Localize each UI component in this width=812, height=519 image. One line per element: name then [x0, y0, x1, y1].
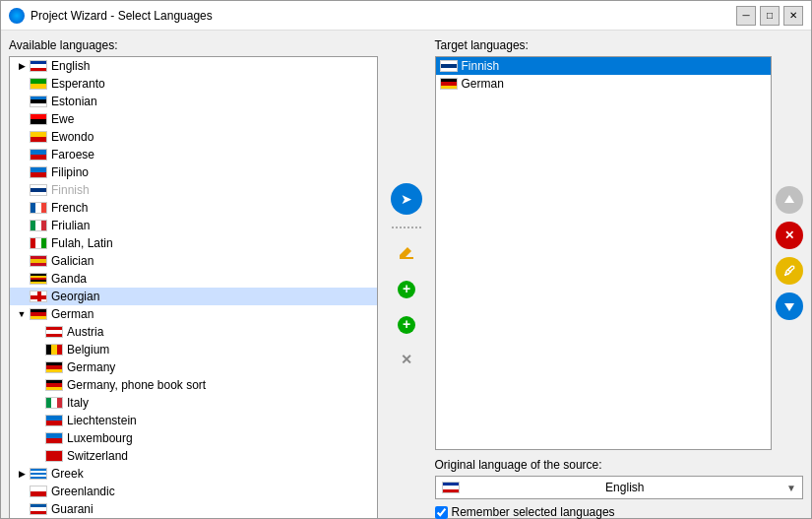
list-item[interactable]: Filipino: [10, 163, 377, 181]
flag-icon: [45, 450, 63, 462]
target-list-item-german[interactable]: German: [436, 75, 772, 93]
list-item[interactable]: Faroese: [10, 146, 377, 163]
flag-icon: [30, 96, 47, 107]
item-label: Faroese: [51, 148, 94, 162]
flag-icon: [30, 503, 47, 515]
window-controls: ─ □ ✕: [736, 6, 803, 26]
svg-marker-9: [784, 195, 794, 203]
item-label: German: [462, 77, 504, 91]
flag-icon: [30, 291, 47, 302]
flag-icon: [30, 184, 47, 196]
list-item[interactable]: Germany: [10, 358, 377, 376]
flag-icon: [45, 344, 63, 356]
item-label: Finnish: [462, 59, 500, 73]
source-value: English: [605, 481, 644, 494]
flag-icon: [30, 308, 47, 320]
source-dropdown[interactable]: English ▼: [435, 476, 804, 499]
list-item[interactable]: Ewondo: [10, 128, 377, 146]
add-language-button[interactable]: ➤: [391, 183, 422, 215]
item-label: Liechtenstein: [67, 414, 137, 427]
available-languages-list[interactable]: ▶ English Esperanto: [9, 56, 378, 519]
window-title: Project Wizard - Select Languages: [31, 9, 736, 23]
item-label: Guarani: [51, 502, 94, 516]
source-label: Original language of the source:: [435, 458, 804, 472]
item-label: Georgian: [51, 290, 99, 303]
flag-icon: [45, 361, 63, 373]
item-label: Austria: [67, 325, 103, 339]
list-item[interactable]: Estonian: [10, 93, 377, 110]
list-item[interactable]: ▶ English: [10, 57, 377, 75]
list-item[interactable]: Galician: [10, 252, 377, 270]
list-item-georgian[interactable]: Georgian: [10, 288, 377, 305]
item-label: Finnish: [51, 183, 90, 197]
maximize-button[interactable]: □: [760, 6, 780, 26]
right-side-buttons: ✕ 🖊: [772, 56, 803, 450]
item-label: Italy: [67, 396, 89, 410]
remove-button[interactable]: ✕: [393, 347, 420, 374]
expander-icon: ▼: [14, 309, 30, 319]
item-label: Belgium: [67, 343, 109, 357]
list-item[interactable]: Esperanto: [10, 75, 377, 93]
flag-icon: [30, 273, 47, 285]
list-item[interactable]: Finnish: [10, 181, 377, 199]
source-flag-icon: [442, 482, 460, 493]
eraser-button[interactable]: 🖊: [776, 257, 803, 285]
item-label: Ganda: [51, 272, 87, 286]
add-green2-button[interactable]: +: [393, 311, 420, 339]
list-item[interactable]: Italy: [10, 394, 377, 412]
list-item[interactable]: Germany, phone book sort: [10, 376, 377, 394]
list-item[interactable]: Luxembourg: [10, 429, 377, 447]
left-section: Available languages: ▶ English: [9, 38, 378, 519]
add-green1-button[interactable]: +: [393, 276, 420, 303]
list-item[interactable]: Belgium: [10, 341, 377, 358]
target-list-item-finnish[interactable]: Finnish: [436, 57, 772, 75]
list-item[interactable]: ▼ German: [10, 305, 377, 323]
flag-icon: [45, 397, 63, 409]
list-item[interactable]: Switzerland: [10, 447, 377, 465]
list-item[interactable]: Friulian: [10, 217, 377, 234]
move-up-button[interactable]: [776, 186, 803, 214]
flag-icon: [440, 60, 458, 72]
item-label: Greek: [51, 467, 84, 481]
list-item[interactable]: Austria: [10, 323, 377, 341]
item-label: Estonian: [51, 95, 97, 108]
list-item[interactable]: Fulah, Latin: [10, 234, 377, 252]
flag-icon: [30, 237, 47, 249]
flag-icon: [30, 468, 47, 480]
item-label: Ewondo: [51, 130, 94, 144]
item-label: Friulian: [51, 219, 90, 232]
flag-icon: [30, 131, 47, 143]
source-section: Original language of the source: English…: [435, 458, 804, 519]
flag-icon: [440, 78, 458, 90]
minimize-button[interactable]: ─: [736, 6, 756, 26]
close-button[interactable]: ✕: [783, 6, 803, 26]
flag-icon: [30, 113, 47, 125]
item-label: Filipino: [51, 165, 89, 179]
list-item[interactable]: Ewe: [10, 110, 377, 128]
flag-icon: [30, 255, 47, 267]
edit-button[interactable]: [393, 240, 420, 268]
remember-languages-checkbox[interactable]: [435, 506, 448, 519]
list-item[interactable]: Greenlandic: [10, 483, 377, 500]
item-label: Switzerland: [67, 449, 128, 463]
middle-panel: ➤ + + ✕: [382, 38, 431, 519]
list-item[interactable]: Guarani: [10, 500, 377, 518]
item-label: Luxembourg: [67, 431, 133, 445]
list-item[interactable]: French: [10, 199, 377, 217]
flag-icon: [45, 379, 63, 391]
move-down-button[interactable]: [776, 292, 803, 320]
item-label: Esperanto: [51, 77, 105, 91]
svg-rect-2: [31, 295, 47, 299]
item-label: Fulah, Latin: [51, 236, 113, 250]
target-languages-list[interactable]: Finnish German: [435, 56, 773, 450]
list-item[interactable]: Ganda: [10, 270, 377, 288]
list-item[interactable]: ▶ Greek: [10, 465, 377, 483]
svg-text:✕: ✕: [401, 352, 412, 367]
main-content: Available languages: ▶ English: [9, 38, 803, 519]
delete-button[interactable]: ✕: [776, 222, 803, 249]
flag-icon: [45, 432, 63, 444]
item-label: Ewe: [51, 112, 74, 126]
svg-marker-10: [784, 303, 794, 311]
list-item[interactable]: Liechtenstein: [10, 412, 377, 429]
target-languages-label: Target languages:: [435, 38, 804, 52]
